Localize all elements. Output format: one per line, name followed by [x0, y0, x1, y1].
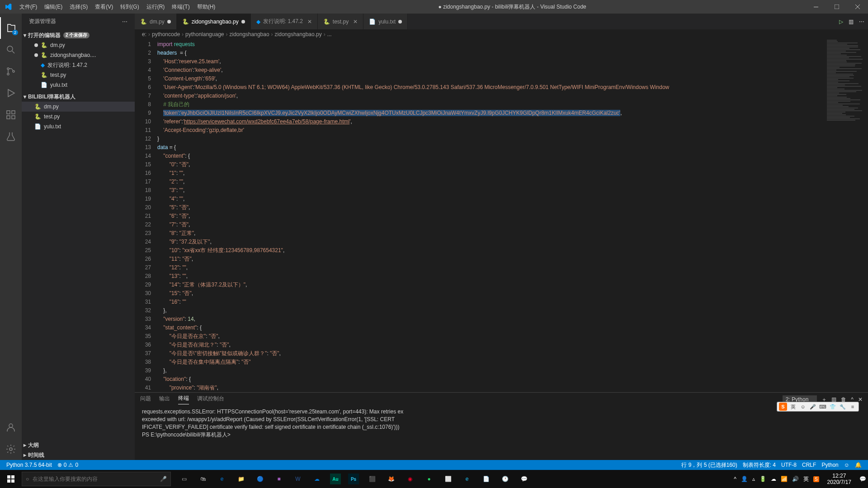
ime-menu-icon[interactable]: ≡: [849, 403, 857, 411]
wifi-icon[interactable]: 📶: [781, 476, 788, 482]
panel-tab[interactable]: 问题: [140, 395, 151, 404]
store-icon[interactable]: 🛍: [193, 470, 212, 488]
feedback-icon[interactable]: ☺: [841, 460, 852, 470]
outline-header[interactable]: ▸大纲: [22, 440, 135, 450]
app-icon-3[interactable]: 📄: [476, 470, 495, 488]
minimap[interactable]: [825, 39, 868, 392]
encoding[interactable]: UTF-8: [778, 460, 799, 470]
close-button[interactable]: [847, 0, 868, 14]
wechat-icon[interactable]: 💬: [514, 470, 533, 488]
split-editor-icon[interactable]: ▥: [849, 19, 854, 25]
editor-tab[interactable]: ◆发行说明: 1.47.2✕: [251, 14, 318, 29]
open-editor-item[interactable]: 🐍test.py: [22, 70, 135, 80]
breadcrumb-item[interactable]: pythoncode: [152, 31, 180, 38]
taskbar-clock[interactable]: 12:27 2020/7/17: [824, 473, 855, 485]
app-icon-green[interactable]: ●: [420, 470, 439, 488]
menu-转到(G)[interactable]: 转到(G): [117, 0, 142, 14]
ime-lang-icon[interactable]: 英: [789, 403, 797, 411]
edge-icon[interactable]: e: [212, 470, 231, 488]
settings-gear-icon[interactable]: [0, 438, 22, 460]
menu-帮助(H)[interactable]: 帮助(H): [193, 0, 219, 14]
notifications-icon[interactable]: 🔔: [852, 460, 864, 470]
ie-icon[interactable]: e: [458, 470, 476, 488]
file-item[interactable]: 🐍dm.py: [22, 102, 135, 112]
open-editor-item[interactable]: 🐍zidongshangbao....: [22, 50, 135, 60]
audition-icon[interactable]: Au: [330, 474, 341, 484]
run-debug-icon[interactable]: [0, 82, 22, 104]
terminal-output[interactable]: requests.exceptions.SSLError: HTTPSConne…: [135, 406, 868, 460]
open-editors-header[interactable]: ▾ 打开的编辑器 2 个未保存: [22, 30, 135, 40]
menu-文件(F)[interactable]: 文件(F): [16, 0, 41, 14]
panel-tab[interactable]: 终端: [178, 394, 189, 404]
menu-选择(S)[interactable]: 选择(S): [66, 0, 91, 14]
app-icon-2[interactable]: ⬜: [439, 470, 458, 488]
mic-icon[interactable]: 🎤: [160, 476, 167, 482]
explorer-icon[interactable]: 2: [0, 17, 22, 39]
search-icon[interactable]: [0, 39, 22, 61]
breadcrumb-item[interactable]: zidongshangbao.py: [275, 31, 322, 38]
open-editor-item[interactable]: ◆发行说明: 1.47.2: [22, 60, 135, 70]
photoshop-icon[interactable]: Ps: [348, 474, 359, 484]
timeline-header[interactable]: ▸时间线: [22, 450, 135, 460]
open-editor-item[interactable]: 📄yulu.txt: [22, 80, 135, 90]
breadcrumb-item[interactable]: zidongshangbao: [230, 31, 269, 38]
tray-up-icon[interactable]: ^: [734, 476, 736, 482]
run-icon[interactable]: ▷: [839, 19, 843, 25]
file-item[interactable]: 🐍test.py: [22, 112, 135, 122]
people-icon[interactable]: 👤: [741, 476, 748, 482]
problems-indicator[interactable]: ⊗0 ⚠0: [55, 460, 81, 470]
menu-编辑(E)[interactable]: 编辑(E): [41, 0, 66, 14]
taskbar-search[interactable]: ○ 🎤: [22, 472, 171, 486]
notification-center-icon[interactable]: 💬: [859, 476, 866, 482]
close-panel-icon[interactable]: ✕: [858, 396, 863, 403]
breadcrumb[interactable]: e:›pythoncode›pythonlanguage›zidongshang…: [135, 29, 868, 39]
editor-tab[interactable]: 📄yulu.txt: [363, 14, 408, 29]
ime-indicator[interactable]: 英: [803, 475, 809, 483]
start-button[interactable]: [0, 470, 22, 488]
source-control-icon[interactable]: [0, 61, 22, 82]
editor-tab[interactable]: 🐍zidongshangbao.py: [177, 14, 251, 29]
breadcrumb-item[interactable]: ...: [327, 31, 332, 38]
sogou-tray-icon[interactable]: S: [813, 476, 819, 482]
ime-emoji-icon[interactable]: ☺: [799, 403, 807, 411]
ime-skin-icon[interactable]: 👕: [829, 403, 837, 411]
word-icon[interactable]: W: [288, 470, 307, 488]
minimize-button[interactable]: [806, 0, 826, 14]
ime-toolbox-icon[interactable]: 🔧: [839, 403, 847, 411]
volume-icon[interactable]: 🔊: [792, 476, 799, 482]
cursor-position[interactable]: 行 9，列 5 (已选择160): [679, 460, 740, 470]
sogou-icon[interactable]: S: [779, 403, 787, 411]
breadcrumb-item[interactable]: pythonlanguage: [185, 31, 224, 38]
ime-toolbar[interactable]: S 英 ☺ 🎤 ⌨ 👕 🔧 ≡: [777, 402, 859, 412]
panel-tab[interactable]: 输出: [159, 395, 170, 404]
ime-keyboard-icon[interactable]: ⌨: [819, 403, 827, 411]
editor-tab[interactable]: 🐍dm.py: [135, 14, 177, 29]
firefox-icon[interactable]: 🦊: [382, 470, 401, 488]
code-content[interactable]: import requestsheaders = { 'Host':'reser…: [157, 39, 825, 392]
vscode-taskbar-icon[interactable]: ⬛: [363, 470, 382, 488]
battery-icon[interactable]: 🔋: [760, 476, 766, 482]
panel-tab[interactable]: 调试控制台: [197, 395, 224, 404]
extensions-icon[interactable]: [0, 104, 22, 126]
tab-size[interactable]: 制表符长度: 4: [740, 460, 778, 470]
tray-icon-2[interactable]: ☁: [771, 476, 776, 482]
explorer-folder-icon[interactable]: 📁: [231, 470, 250, 488]
editor-tab[interactable]: 🐍test.py✕: [318, 14, 363, 29]
task-view-icon[interactable]: ▭: [175, 470, 193, 488]
breadcrumb-item[interactable]: e:: [142, 31, 146, 38]
testing-icon[interactable]: [0, 126, 22, 147]
more-actions-icon[interactable]: ⋯: [859, 19, 864, 25]
app-icon-1[interactable]: ■: [269, 470, 288, 488]
code-editor[interactable]: 1234567891011121314151617181920212223242…: [135, 39, 868, 392]
menu-运行(R)[interactable]: 运行(R): [143, 0, 169, 14]
menu-终端(T)[interactable]: 终端(T): [168, 0, 193, 14]
ime-mic-icon[interactable]: 🎤: [809, 403, 817, 411]
clock-icon[interactable]: 🕐: [495, 470, 514, 488]
accounts-icon[interactable]: [0, 417, 22, 438]
open-editor-item[interactable]: 🐍dm.py: [22, 40, 135, 50]
search-input[interactable]: [33, 476, 156, 482]
menu-查看(V)[interactable]: 查看(V): [91, 0, 117, 14]
language-mode[interactable]: Python: [819, 460, 841, 470]
onedrive-icon[interactable]: ☁: [307, 470, 326, 488]
python-interpreter[interactable]: Python 3.7.5 64-bit: [4, 460, 55, 470]
